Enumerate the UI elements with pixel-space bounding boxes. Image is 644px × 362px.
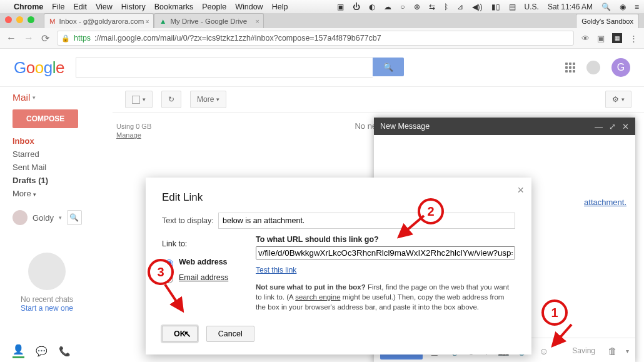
- status-icon[interactable]: ◐: [369, 3, 375, 11]
- tab-title: Inbox - g@goldyarora.com - G: [59, 18, 148, 25]
- chrome-toolbar: ← → ⟳ 🔒 https://mail.google.com/mail/u/0…: [0, 28, 644, 49]
- address-bar[interactable]: 🔒 https://mail.google.com/mail/u/0/?zx=i…: [57, 31, 574, 46]
- search-engine-link[interactable]: search engine: [295, 293, 340, 301]
- minimize-window-icon[interactable]: [16, 16, 23, 23]
- tab-title: My Drive - Google Drive: [170, 18, 247, 25]
- link-to-label: Link to:: [162, 236, 237, 252]
- menu-edit[interactable]: Edit: [73, 3, 87, 11]
- close-dialog-icon[interactable]: ×: [517, 184, 524, 197]
- google-apps-icon[interactable]: [565, 63, 575, 73]
- status-locale[interactable]: U.S.: [525, 3, 539, 11]
- url-scheme: https: [74, 34, 91, 43]
- close-tab-icon[interactable]: ×: [255, 18, 259, 25]
- ok-button[interactable]: OK↖: [162, 326, 198, 342]
- url-input[interactable]: [256, 246, 515, 259]
- mouse-cursor-icon: ↖: [184, 329, 191, 339]
- dialog-title: Edit Link: [162, 191, 515, 204]
- menu-help[interactable]: Help: [272, 3, 288, 11]
- gmail-favicon-icon: M: [49, 18, 56, 25]
- radio-email-address[interactable]: Email address: [162, 270, 237, 286]
- close-window-icon[interactable]: [5, 16, 12, 23]
- window-controls: [5, 16, 34, 23]
- google-logo[interactable]: Google: [14, 58, 64, 78]
- account-avatar[interactable]: G: [611, 58, 630, 77]
- browser-tab-gmail[interactable]: M Inbox - g@goldyarora.com - G ×: [44, 13, 154, 28]
- radio-web-address[interactable]: Web address: [162, 254, 237, 270]
- status-icon[interactable]: ○: [400, 3, 405, 11]
- chrome-tab-strip: M Inbox - g@goldyarora.com - G × ▲ My Dr…: [0, 13, 644, 28]
- menu-bookmarks[interactable]: Bookmarks: [154, 3, 194, 11]
- text-display-label: Text to display:: [162, 216, 218, 225]
- edit-link-dialog: × Edit Link Text to display: Link to: We…: [146, 178, 531, 354]
- drive-favicon-icon: ▲: [159, 18, 166, 25]
- gmail-header: Google 🔍 G: [0, 49, 644, 87]
- status-icon[interactable]: ⇆: [429, 3, 435, 11]
- back-icon[interactable]: ←: [6, 33, 16, 44]
- close-tab-icon[interactable]: ×: [145, 18, 149, 25]
- url-question-label: To what URL should this link go?: [256, 235, 515, 244]
- status-icon[interactable]: ⏻: [353, 3, 360, 11]
- search-icon: 🔍: [383, 63, 393, 72]
- search-form: 🔍: [76, 58, 404, 78]
- chrome-menu-icon[interactable]: ⋮: [630, 34, 638, 43]
- extension-icon[interactable]: ▣: [597, 34, 605, 43]
- modal-overlay: × Edit Link Text to display: Link to: We…: [0, 87, 644, 362]
- status-flag-icon[interactable]: ▤: [509, 3, 516, 11]
- status-wifi-icon[interactable]: ⊿: [457, 3, 463, 11]
- annotation-arrow-icon: [546, 321, 578, 352]
- profile-badge[interactable]: Goldy's Sandbox: [576, 14, 639, 28]
- notification-center-icon[interactable]: ≡: [635, 3, 639, 11]
- menu-file[interactable]: File: [52, 3, 64, 11]
- status-icon[interactable]: ⊕: [414, 3, 420, 11]
- extension-icon[interactable]: 👁: [581, 34, 590, 43]
- notifications-icon[interactable]: [586, 61, 600, 74]
- menu-people[interactable]: People: [202, 3, 226, 11]
- spotlight-icon[interactable]: 🔍: [601, 3, 611, 11]
- maximize-window-icon[interactable]: [28, 16, 34, 23]
- status-battery-icon[interactable]: ▮▯: [491, 3, 500, 11]
- menu-window[interactable]: Window: [235, 3, 263, 11]
- status-icon[interactable]: ◉: [620, 3, 626, 11]
- extension-icon[interactable]: ▦: [612, 33, 622, 43]
- macos-menu-bar: Chrome File Edit View History Bookmarks …: [0, 0, 644, 13]
- test-link[interactable]: Test this link: [256, 266, 296, 274]
- hint-text: Not sure what to put in the box? First, …: [256, 282, 515, 312]
- forward-icon[interactable]: →: [24, 33, 34, 44]
- status-bluetooth-icon[interactable]: ᛒ: [444, 3, 448, 11]
- svg-line-0: [553, 324, 571, 346]
- search-button[interactable]: 🔍: [373, 58, 404, 76]
- lock-icon: 🔒: [61, 34, 70, 43]
- reload-icon[interactable]: ⟳: [41, 33, 49, 44]
- menu-view[interactable]: View: [96, 3, 113, 11]
- status-icon[interactable]: ▣: [337, 3, 344, 11]
- status-clock[interactable]: Sat 11:46 AM: [548, 3, 593, 11]
- cancel-button[interactable]: Cancel: [206, 326, 254, 342]
- search-input[interactable]: [76, 58, 373, 78]
- app-name[interactable]: Chrome: [14, 3, 43, 11]
- status-volume-icon[interactable]: ◀)): [472, 3, 483, 11]
- menu-history[interactable]: History: [121, 3, 146, 11]
- status-icon[interactable]: ☁: [384, 3, 391, 11]
- text-display-input[interactable]: [218, 213, 515, 229]
- annotation-1: 1: [541, 299, 568, 326]
- browser-tab-drive[interactable]: ▲ My Drive - Google Drive ×: [154, 13, 264, 28]
